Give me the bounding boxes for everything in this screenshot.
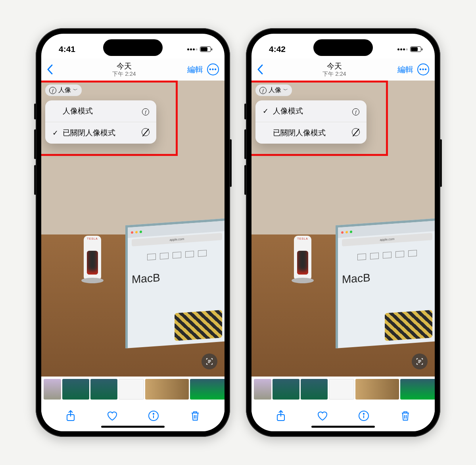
home-indicator[interactable] bbox=[311, 426, 375, 428]
nav-bar: 今天 下午 2:24 編輯 ••• bbox=[251, 58, 435, 81]
charger-label: TESLA bbox=[84, 237, 101, 240]
share-button[interactable] bbox=[274, 409, 288, 423]
nav-bar: 今天 下午 2:24 編輯 ••• bbox=[41, 58, 225, 81]
menu-label: 人像模式 bbox=[273, 106, 347, 116]
screen: 4:41 今天 下午 2:24 編輯 ••• bbox=[41, 34, 225, 431]
aperture-off-icon bbox=[351, 128, 360, 138]
edit-button[interactable]: 編輯 bbox=[187, 64, 203, 75]
check-icon: ✓ bbox=[262, 107, 269, 115]
thumbnail[interactable] bbox=[400, 379, 435, 400]
thumbnail[interactable] bbox=[145, 379, 189, 400]
laptop-headline: MacB bbox=[342, 267, 432, 286]
menu-label: 已關閉人像模式 bbox=[273, 128, 347, 138]
menu-item-portrait-off[interactable]: ✓ 已關閉人像模式 bbox=[45, 122, 156, 144]
portrait-chip-label: 人像 bbox=[269, 86, 281, 94]
thumbnail[interactable] bbox=[329, 379, 354, 400]
volume-up-button bbox=[244, 129, 246, 159]
power-button bbox=[230, 139, 232, 187]
back-button[interactable] bbox=[257, 64, 271, 75]
photo-object-charger: TESLA bbox=[289, 230, 317, 283]
signal-icon bbox=[397, 48, 408, 50]
status-time: 4:42 bbox=[269, 44, 286, 54]
dynamic-island bbox=[103, 39, 163, 56]
nav-title-main: 今天 bbox=[61, 62, 187, 71]
live-text-button[interactable] bbox=[412, 354, 428, 369]
thumbnail[interactable] bbox=[254, 379, 271, 400]
menu-item-portrait-off[interactable]: 已關閉人像模式 bbox=[255, 122, 367, 144]
charger-label: TESLA bbox=[294, 237, 311, 240]
thumbnail[interactable] bbox=[44, 379, 61, 400]
photo-viewer[interactable]: TESLA apple.com MacB f 人像 ﹀ bbox=[251, 81, 435, 377]
check-icon: ✓ bbox=[52, 129, 59, 137]
menu-item-portrait-on[interactable]: 人像模式 f bbox=[45, 100, 156, 122]
home-indicator[interactable] bbox=[101, 426, 165, 428]
more-button[interactable]: ••• bbox=[207, 63, 219, 75]
side-button bbox=[244, 104, 246, 119]
menu-label: 人像模式 bbox=[63, 106, 137, 116]
menu-item-portrait-on[interactable]: ✓ 人像模式 f bbox=[255, 100, 367, 122]
battery-icon bbox=[410, 46, 421, 52]
status-time: 4:41 bbox=[59, 44, 75, 54]
thumbnail[interactable] bbox=[301, 379, 328, 400]
more-button[interactable]: ••• bbox=[417, 63, 429, 75]
edit-button[interactable]: 編輯 bbox=[397, 64, 413, 75]
photo-object-laptop: apple.com MacB bbox=[336, 218, 435, 348]
portrait-chip[interactable]: f 人像 ﹀ bbox=[45, 85, 82, 96]
volume-up-button bbox=[34, 129, 36, 159]
nav-title-main: 今天 bbox=[271, 62, 397, 71]
portrait-chip[interactable]: f 人像 ﹀ bbox=[255, 85, 292, 96]
nav-title-sub: 下午 2:24 bbox=[271, 71, 397, 77]
iphone-frame-left: 4:41 今天 下午 2:24 編輯 ••• bbox=[36, 28, 230, 437]
volume-down-button bbox=[34, 165, 36, 195]
photo-object-charger: TESLA bbox=[79, 230, 107, 283]
status-right bbox=[397, 46, 421, 52]
photo-object-laptop: apple.com MacB bbox=[125, 218, 225, 348]
laptop-headline: MacB bbox=[132, 267, 222, 286]
portrait-menu: 人像模式 f ✓ 已關閉人像模式 bbox=[45, 100, 156, 144]
info-button[interactable] bbox=[357, 409, 370, 423]
aperture-icon: f bbox=[49, 87, 56, 94]
delete-button[interactable] bbox=[399, 409, 412, 423]
share-button[interactable] bbox=[64, 409, 77, 423]
status-right bbox=[187, 46, 211, 52]
side-button bbox=[34, 104, 36, 119]
thumbnail[interactable] bbox=[273, 379, 299, 400]
nav-title: 今天 下午 2:24 bbox=[61, 62, 187, 77]
volume-down-button bbox=[244, 165, 246, 195]
photo-viewer[interactable]: TESLA apple.com MacB f 人像 ﹀ bbox=[41, 81, 225, 377]
svg-point-5 bbox=[363, 413, 364, 414]
chevron-down-icon: ﹀ bbox=[73, 87, 78, 94]
live-text-button[interactable] bbox=[202, 354, 217, 369]
signal-icon bbox=[187, 48, 198, 50]
thumbnail[interactable] bbox=[62, 379, 89, 400]
screen: 4:42 今天 下午 2:24 編輯 ••• bbox=[251, 34, 435, 431]
nav-title-sub: 下午 2:24 bbox=[61, 71, 187, 77]
thumbnail[interactable] bbox=[190, 379, 225, 400]
iphone-frame-right: 4:42 今天 下午 2:24 編輯 ••• bbox=[246, 28, 440, 437]
aperture-off-icon bbox=[141, 128, 150, 138]
back-button[interactable] bbox=[47, 64, 61, 75]
delete-button[interactable] bbox=[188, 409, 202, 423]
battery-icon bbox=[200, 46, 211, 52]
aperture-icon: f bbox=[259, 87, 267, 94]
portrait-chip-label: 人像 bbox=[58, 86, 71, 94]
portrait-menu: ✓ 人像模式 f 已關閉人像模式 bbox=[255, 100, 367, 144]
dynamic-island bbox=[313, 39, 373, 56]
menu-label: 已關閉人像模式 bbox=[63, 128, 137, 138]
thumbnail[interactable] bbox=[90, 379, 117, 400]
thumbnail[interactable] bbox=[119, 379, 144, 400]
info-button[interactable] bbox=[147, 409, 160, 423]
favorite-button[interactable] bbox=[316, 409, 329, 423]
svg-point-2 bbox=[153, 413, 154, 414]
nav-title: 今天 下午 2:24 bbox=[271, 62, 397, 77]
aperture-icon: f bbox=[351, 107, 360, 115]
favorite-button[interactable] bbox=[106, 409, 119, 423]
thumbnail-strip[interactable] bbox=[251, 377, 435, 402]
chevron-down-icon: ﹀ bbox=[283, 87, 288, 94]
aperture-icon: f bbox=[141, 107, 150, 115]
thumbnail[interactable] bbox=[355, 379, 399, 400]
power-button bbox=[440, 139, 442, 187]
thumbnail-strip[interactable] bbox=[41, 377, 225, 402]
